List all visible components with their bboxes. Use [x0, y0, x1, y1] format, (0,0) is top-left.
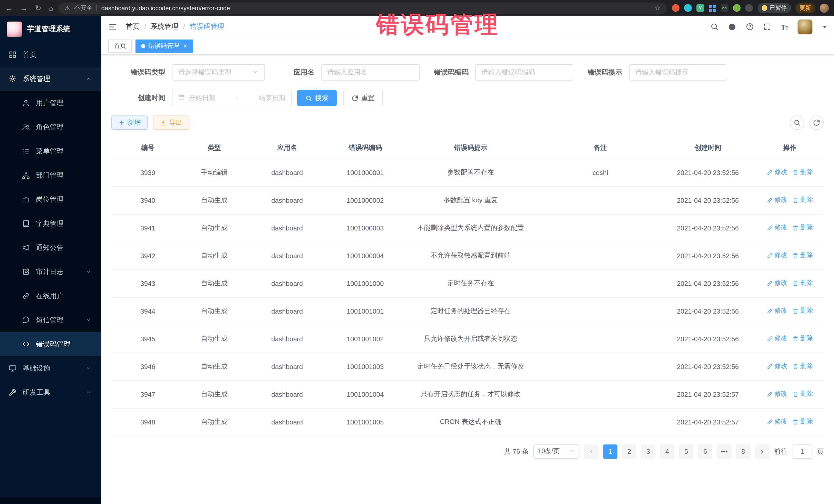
edit-link[interactable]: 修改: [767, 334, 787, 343]
sidebar-item-system[interactable]: 系统管理: [0, 67, 101, 91]
fullscreen-icon[interactable]: [764, 23, 772, 31]
delete-link[interactable]: 删除: [792, 279, 813, 288]
delete-link[interactable]: 删除: [792, 362, 813, 371]
sidebar-item-dev-tool[interactable]: 研发工具: [0, 380, 101, 404]
sidebar-item-infra[interactable]: 基础设施: [0, 356, 101, 380]
edit-link[interactable]: 修改: [767, 390, 787, 398]
edit-link[interactable]: 修改: [767, 251, 787, 260]
error-msg-input[interactable]: 请输入错误码提示: [629, 64, 727, 81]
paused-badge[interactable]: 已暂停: [758, 3, 791, 13]
sidebar-item-home[interactable]: 首页: [0, 43, 101, 67]
delete-link[interactable]: 删除: [792, 168, 813, 177]
github-icon[interactable]: [728, 22, 737, 31]
cell-code: 1001001000: [330, 269, 400, 297]
extension-icon[interactable]: [733, 4, 741, 12]
page-button-6[interactable]: 6: [698, 444, 712, 459]
back-icon[interactable]: ←: [5, 4, 13, 12]
table-row: 3942自动生成dashboard1001000004不允许获取敏感配置到前端2…: [111, 242, 824, 269]
search-icon[interactable]: [710, 23, 719, 31]
toggle-search-button[interactable]: [790, 115, 804, 130]
delete-link[interactable]: 删除: [792, 223, 813, 232]
page-button-1[interactable]: 1: [603, 444, 617, 459]
sidebar-item-online-user[interactable]: 在线用户: [0, 284, 101, 308]
tab-home[interactable]: 首页: [108, 39, 132, 52]
help-icon[interactable]: [746, 23, 754, 31]
update-button[interactable]: 更新: [795, 3, 815, 13]
delete-link[interactable]: 删除: [792, 334, 813, 343]
error-code-input[interactable]: 请输入错误码编码: [475, 64, 573, 81]
sidebar-item-sms[interactable]: 短信管理: [0, 308, 101, 332]
delete-link[interactable]: 删除: [792, 418, 813, 426]
reset-button[interactable]: 重置: [343, 90, 383, 106]
extension-badge[interactable]: on: [721, 4, 728, 12]
sidebar-item-audit-log[interactable]: 审计日志: [0, 260, 101, 284]
sidebar-item-post[interactable]: 岗位管理: [0, 187, 101, 212]
edit-link[interactable]: 修改: [767, 418, 787, 426]
bookmark-star-icon[interactable]: ☆: [655, 4, 660, 12]
edit-link[interactable]: 修改: [767, 168, 787, 177]
page-button-8[interactable]: 8: [736, 444, 750, 459]
delete-link[interactable]: 删除: [792, 196, 813, 204]
sidebar-item-dept[interactable]: 部门管理: [0, 163, 101, 187]
extension-icon[interactable]: [672, 4, 680, 12]
edit-link[interactable]: 修改: [767, 362, 787, 371]
vue-devtools-extension-icon[interactable]: V: [697, 4, 704, 12]
home-icon[interactable]: ⌂: [48, 4, 53, 12]
puzzle-extension-icon[interactable]: [745, 4, 753, 12]
close-tab-icon[interactable]: ×: [183, 43, 187, 49]
sidebar-item-menu[interactable]: 菜单管理: [0, 139, 101, 163]
app-logo[interactable]: 芋道管理系统: [0, 16, 101, 43]
sidebar-item-dict[interactable]: 字典管理: [0, 212, 101, 236]
reload-icon[interactable]: ↻: [35, 3, 41, 13]
page-size-select[interactable]: 10条/页: [533, 444, 579, 459]
add-button[interactable]: 新增: [111, 115, 148, 130]
delete-link[interactable]: 删除: [792, 307, 813, 315]
export-button[interactable]: 导出: [153, 115, 190, 130]
sidebar-item-error-code[interactable]: 错误码管理: [0, 332, 101, 356]
page-button-3[interactable]: 3: [641, 444, 655, 459]
edit-link[interactable]: 修改: [767, 223, 787, 232]
tree-icon: [22, 171, 30, 179]
tab-error-code[interactable]: 错误码管理 ×: [135, 39, 193, 52]
user-avatar[interactable]: [797, 19, 812, 34]
date-range-picker[interactable]: 开始日期 - 结束日期: [172, 90, 291, 106]
cell-msg: 参数配置 key 重复: [400, 186, 541, 214]
avatar-caret-icon[interactable]: [823, 25, 827, 28]
search-button[interactable]: 搜索: [297, 90, 337, 106]
sidebar-item-notice[interactable]: 通知公告: [0, 236, 101, 260]
prev-page-button[interactable]: [584, 444, 598, 459]
page-button-2[interactable]: 2: [622, 444, 636, 459]
delete-link[interactable]: 删除: [792, 390, 813, 398]
address-bar[interactable]: ⚠ 不安全 dashboard.yudao.iocoder.cn/system/…: [58, 2, 667, 14]
page-button-moremoremore[interactable]: •••: [717, 444, 731, 459]
sidebar-item-label: 研发工具: [23, 388, 50, 397]
app-name-input[interactable]: 请输入应用名: [321, 64, 420, 81]
page-button-4[interactable]: 4: [660, 444, 674, 459]
sidebar-item-label: 用户管理: [36, 98, 64, 108]
sidebar-collapse-bar[interactable]: [0, 497, 101, 504]
refresh-button[interactable]: [809, 115, 824, 130]
forward-icon[interactable]: →: [20, 4, 28, 12]
error-type-select[interactable]: 请选择错误码类型: [172, 64, 265, 81]
next-page-button[interactable]: [755, 444, 769, 459]
cell-app: dashboard: [244, 353, 330, 380]
breadcrumb-home[interactable]: 首页: [126, 22, 139, 31]
extensions-area: V on 已暂停 更新: [672, 3, 829, 13]
page-button-5[interactable]: 5: [679, 444, 694, 459]
edit-link[interactable]: 修改: [767, 196, 787, 204]
font-size-icon[interactable]: TT: [781, 22, 788, 31]
code-icon: [22, 340, 30, 348]
edit-link[interactable]: 修改: [767, 307, 787, 315]
breadcrumb-system[interactable]: 系统管理: [151, 22, 179, 31]
sidebar-item-role[interactable]: 角色管理: [0, 115, 101, 139]
extension-icon[interactable]: [684, 4, 692, 12]
cell-actions: 修改删除: [756, 159, 824, 186]
pencil-icon: [767, 197, 773, 203]
browser-profile-avatar[interactable]: [820, 3, 829, 13]
extension-icon[interactable]: [709, 4, 716, 12]
delete-link[interactable]: 删除: [792, 251, 813, 260]
sidebar-item-user[interactable]: 用户管理: [0, 91, 101, 115]
hamburger-icon[interactable]: [108, 22, 117, 31]
goto-page-input[interactable]: [792, 444, 812, 459]
edit-link[interactable]: 修改: [767, 279, 787, 288]
